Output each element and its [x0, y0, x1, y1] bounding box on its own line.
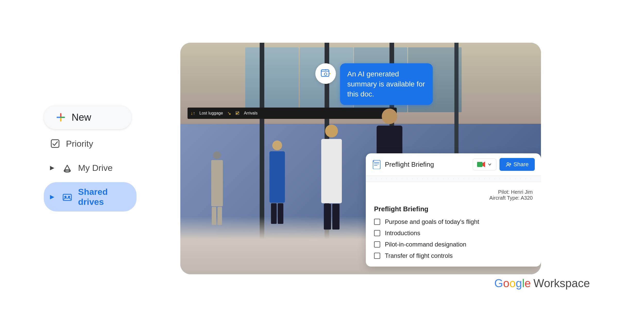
checklist-label-1: Introductions — [385, 230, 420, 237]
doc-body: Pilot: Henri Jim Aircraft Type: A320 Pre… — [366, 182, 541, 267]
chevron-down-icon — [487, 162, 492, 167]
shared-drives-icon — [62, 192, 72, 202]
aircraft-meta: Aircraft Type: A320 — [374, 195, 533, 201]
svg-rect-9 — [63, 194, 71, 200]
checklist-item-0: Purpose and goals of today's flight — [374, 218, 533, 225]
new-button[interactable]: New — [44, 105, 131, 129]
svg-marker-17 — [482, 162, 485, 167]
checklist-label-2: Pilot-in-command designation — [385, 241, 466, 248]
checklist-label-3: Transfer of flight controls — [385, 252, 453, 259]
doc-header: Preflight Briefing — [366, 153, 541, 176]
doc-meta: Pilot: Henri Jim Aircraft Type: A320 — [374, 189, 533, 201]
main-container: New Priority ▶ My Drive — [39, 17, 605, 300]
new-button-label: New — [72, 112, 91, 123]
priority-label: Priority — [66, 139, 93, 149]
pilot-meta: Pilot: Henri Jim — [374, 189, 533, 195]
checklist-item-2: Pilot-in-command designation — [374, 241, 533, 248]
checkbox-3[interactable] — [374, 253, 380, 259]
checklist-item-1: Introductions — [374, 230, 533, 237]
shared-drives-arrow: ▶ — [50, 193, 54, 200]
checkbox-0[interactable] — [374, 219, 380, 225]
svg-point-15 — [373, 161, 374, 162]
checkbox-2[interactable] — [374, 241, 380, 248]
svg-rect-16 — [477, 162, 482, 167]
google-logo-text: Google — [494, 277, 531, 290]
ai-icon-circle — [315, 63, 336, 84]
doc-title-area: Preflight Briefing — [372, 160, 434, 169]
share-label: Share — [513, 161, 529, 168]
checkbox-icon — [50, 138, 60, 149]
meet-button[interactable] — [473, 158, 496, 170]
checkbox-1[interactable] — [374, 230, 380, 236]
workspace-text: Workspace — [533, 277, 590, 290]
ai-speech-text: An AI generated summary is available for… — [340, 63, 433, 105]
meet-icon — [477, 161, 485, 168]
my-drive-arrow: ▶ — [50, 164, 54, 171]
share-button[interactable]: Share — [499, 158, 535, 171]
doc-header-actions: Share — [473, 158, 535, 171]
checklist: Purpose and goals of today's flight Intr… — [374, 218, 533, 259]
docs-icon — [372, 160, 381, 169]
svg-point-11 — [68, 196, 70, 198]
google-plus-icon — [55, 112, 66, 123]
sidebar: New Priority ▶ My Drive — [39, 100, 147, 217]
checklist-label-0: Purpose and goals of today's flight — [385, 218, 479, 225]
doc-title: Preflight Briefing — [385, 161, 434, 169]
svg-point-18 — [507, 163, 509, 165]
airport-image: ↓↑ Lost luggage ↘ 🗹 Arrivals — [180, 43, 541, 274]
sidebar-item-priority[interactable]: Priority — [44, 134, 137, 153]
google-workspace-logo: Google Workspace — [494, 277, 590, 290]
doc-main-title: Preflight Briefing — [374, 205, 533, 213]
sidebar-item-shared-drives[interactable]: ▶ Shared drives — [44, 182, 137, 212]
ai-summary-bubble: An AI generated summary is available for… — [315, 63, 433, 105]
person-add-icon — [506, 162, 511, 167]
svg-rect-6 — [51, 140, 59, 147]
svg-point-10 — [64, 196, 66, 198]
svg-rect-14 — [373, 160, 380, 169]
checklist-item-3: Transfer of flight controls — [374, 252, 533, 259]
my-drive-label: My Drive — [78, 163, 113, 173]
sidebar-item-my-drive[interactable]: ▶ My Drive — [44, 158, 137, 178]
ai-sparkle-icon — [320, 68, 332, 80]
shared-drives-label: Shared drives — [78, 187, 130, 207]
svg-point-13 — [324, 73, 327, 75]
drive-icon — [62, 163, 72, 173]
doc-ruler — [366, 176, 541, 182]
doc-panel: Preflight Briefing — [366, 153, 541, 267]
